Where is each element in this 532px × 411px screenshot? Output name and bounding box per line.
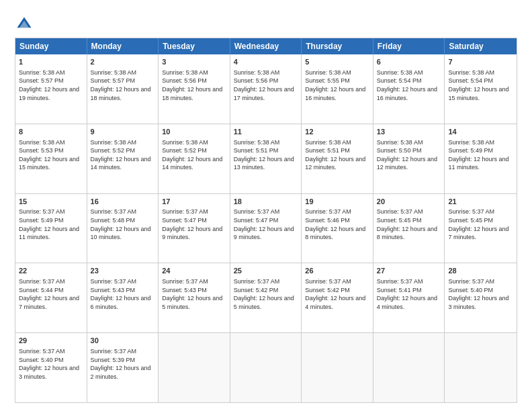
day-details: Sunrise: 5:38 AMSunset: 5:51 PMDaylight:… — [234, 139, 294, 171]
calendar-cell-day-13: 13 Sunrise: 5:38 AMSunset: 5:50 PMDaylig… — [373, 124, 445, 193]
day-number: 3 — [162, 57, 226, 67]
day-details: Sunrise: 5:38 AMSunset: 5:56 PMDaylight:… — [162, 69, 222, 101]
day-details: Sunrise: 5:37 AMSunset: 5:44 PMDaylight:… — [19, 278, 79, 310]
calendar-cell-day-29: 29 Sunrise: 5:37 AMSunset: 5:40 PMDaylig… — [15, 333, 87, 402]
calendar-header-tuesday: Tuesday — [159, 38, 230, 54]
calendar-cell-day-16: 16 Sunrise: 5:37 AMSunset: 5:48 PMDaylig… — [87, 194, 159, 263]
day-details: Sunrise: 5:38 AMSunset: 5:52 PMDaylight:… — [91, 139, 151, 171]
day-number: 28 — [448, 266, 513, 276]
day-number: 10 — [162, 127, 226, 137]
day-number: 23 — [91, 266, 155, 276]
day-details: Sunrise: 5:38 AMSunset: 5:51 PMDaylight:… — [305, 139, 365, 171]
day-details: Sunrise: 5:37 AMSunset: 5:45 PMDaylight:… — [377, 208, 437, 240]
calendar-week-4: 22 Sunrise: 5:37 AMSunset: 5:44 PMDaylig… — [15, 263, 517, 332]
calendar-cell-day-21: 21 Sunrise: 5:37 AMSunset: 5:45 PMDaylig… — [445, 194, 517, 263]
day-details: Sunrise: 5:37 AMSunset: 5:46 PMDaylight:… — [305, 208, 365, 240]
calendar-cell-empty — [373, 333, 445, 402]
calendar-header-wednesday: Wednesday — [230, 38, 302, 54]
calendar-cell-day-24: 24 Sunrise: 5:37 AMSunset: 5:43 PMDaylig… — [159, 263, 230, 332]
day-number: 14 — [448, 127, 513, 137]
calendar-week-3: 15 Sunrise: 5:37 AMSunset: 5:49 PMDaylig… — [15, 193, 517, 263]
day-details: Sunrise: 5:38 AMSunset: 5:49 PMDaylight:… — [448, 139, 508, 171]
calendar-cell-day-1: 1 Sunrise: 5:38 AMSunset: 5:57 PMDayligh… — [15, 54, 87, 124]
calendar-cell-day-11: 11 Sunrise: 5:38 AMSunset: 5:51 PMDaylig… — [230, 124, 302, 193]
logo — [15, 15, 36, 34]
day-number: 25 — [234, 266, 298, 276]
calendar-cell-day-8: 8 Sunrise: 5:38 AMSunset: 5:53 PMDayligh… — [15, 124, 87, 193]
day-details: Sunrise: 5:38 AMSunset: 5:54 PMDaylight:… — [377, 69, 437, 101]
day-number: 29 — [19, 336, 83, 346]
logo-icon — [15, 15, 34, 34]
calendar-cell-day-14: 14 Sunrise: 5:38 AMSunset: 5:49 PMDaylig… — [445, 124, 517, 193]
day-number: 11 — [234, 127, 298, 137]
day-number: 16 — [91, 197, 155, 207]
calendar-cell-day-4: 4 Sunrise: 5:38 AMSunset: 5:56 PMDayligh… — [230, 54, 302, 124]
calendar-week-2: 8 Sunrise: 5:38 AMSunset: 5:53 PMDayligh… — [15, 124, 517, 193]
day-details: Sunrise: 5:37 AMSunset: 5:42 PMDaylight:… — [234, 278, 294, 310]
calendar-header-friday: Friday — [373, 38, 445, 54]
day-number: 26 — [305, 266, 369, 276]
calendar-cell-day-7: 7 Sunrise: 5:38 AMSunset: 5:54 PMDayligh… — [445, 54, 517, 124]
day-number: 6 — [377, 57, 441, 67]
calendar-cell-day-9: 9 Sunrise: 5:38 AMSunset: 5:52 PMDayligh… — [87, 124, 159, 193]
calendar-cell-day-17: 17 Sunrise: 5:37 AMSunset: 5:47 PMDaylig… — [159, 194, 230, 263]
calendar-header-saturday: Saturday — [445, 38, 517, 54]
calendar-cell-day-27: 27 Sunrise: 5:37 AMSunset: 5:41 PMDaylig… — [373, 263, 445, 332]
day-number: 27 — [377, 266, 441, 276]
calendar-header-monday: Monday — [87, 38, 159, 54]
day-details: Sunrise: 5:38 AMSunset: 5:57 PMDaylight:… — [19, 69, 79, 101]
calendar-cell-day-23: 23 Sunrise: 5:37 AMSunset: 5:43 PMDaylig… — [87, 263, 159, 332]
calendar-cell-day-5: 5 Sunrise: 5:38 AMSunset: 5:55 PMDayligh… — [302, 54, 373, 124]
day-details: Sunrise: 5:37 AMSunset: 5:43 PMDaylight:… — [162, 278, 222, 310]
calendar-cell-day-6: 6 Sunrise: 5:38 AMSunset: 5:54 PMDayligh… — [373, 54, 445, 124]
day-number: 9 — [91, 127, 155, 137]
calendar-cell-day-3: 3 Sunrise: 5:38 AMSunset: 5:56 PMDayligh… — [159, 54, 230, 124]
header — [15, 12, 517, 34]
calendar-cell-day-18: 18 Sunrise: 5:37 AMSunset: 5:47 PMDaylig… — [230, 194, 302, 263]
day-number: 22 — [19, 266, 83, 276]
day-details: Sunrise: 5:37 AMSunset: 5:42 PMDaylight:… — [305, 278, 365, 310]
day-number: 2 — [91, 57, 155, 67]
day-number: 4 — [234, 57, 298, 67]
calendar-cell-day-10: 10 Sunrise: 5:38 AMSunset: 5:52 PMDaylig… — [159, 124, 230, 193]
calendar-cell-empty — [302, 333, 373, 402]
day-details: Sunrise: 5:38 AMSunset: 5:54 PMDaylight:… — [448, 69, 508, 101]
day-details: Sunrise: 5:37 AMSunset: 5:43 PMDaylight:… — [91, 278, 151, 310]
calendar-header: SundayMondayTuesdayWednesdayThursdayFrid… — [15, 38, 517, 54]
calendar-header-thursday: Thursday — [302, 38, 373, 54]
day-number: 30 — [91, 336, 155, 346]
calendar-body: 1 Sunrise: 5:38 AMSunset: 5:57 PMDayligh… — [15, 54, 517, 402]
page: SundayMondayTuesdayWednesdayThursdayFrid… — [0, 0, 532, 411]
day-details: Sunrise: 5:37 AMSunset: 5:45 PMDaylight:… — [448, 208, 508, 240]
day-number: 24 — [162, 266, 226, 276]
calendar-week-5: 29 Sunrise: 5:37 AMSunset: 5:40 PMDaylig… — [15, 332, 517, 402]
calendar-cell-day-12: 12 Sunrise: 5:38 AMSunset: 5:51 PMDaylig… — [302, 124, 373, 193]
day-number: 19 — [305, 197, 369, 207]
calendar-cell-empty — [159, 333, 230, 402]
calendar-cell-day-25: 25 Sunrise: 5:37 AMSunset: 5:42 PMDaylig… — [230, 263, 302, 332]
calendar-cell-day-26: 26 Sunrise: 5:37 AMSunset: 5:42 PMDaylig… — [302, 263, 373, 332]
calendar-week-1: 1 Sunrise: 5:38 AMSunset: 5:57 PMDayligh… — [15, 54, 517, 124]
day-details: Sunrise: 5:37 AMSunset: 5:40 PMDaylight:… — [448, 278, 508, 310]
calendar: SundayMondayTuesdayWednesdayThursdayFrid… — [15, 38, 517, 403]
day-number: 12 — [305, 127, 369, 137]
day-details: Sunrise: 5:38 AMSunset: 5:55 PMDaylight:… — [305, 69, 365, 101]
calendar-cell-empty — [445, 333, 517, 402]
calendar-cell-day-19: 19 Sunrise: 5:37 AMSunset: 5:46 PMDaylig… — [302, 194, 373, 263]
calendar-cell-day-20: 20 Sunrise: 5:37 AMSunset: 5:45 PMDaylig… — [373, 194, 445, 263]
day-number: 18 — [234, 197, 298, 207]
calendar-cell-day-22: 22 Sunrise: 5:37 AMSunset: 5:44 PMDaylig… — [15, 263, 87, 332]
day-number: 15 — [19, 197, 83, 207]
day-details: Sunrise: 5:37 AMSunset: 5:47 PMDaylight:… — [234, 208, 294, 240]
calendar-header-sunday: Sunday — [15, 38, 87, 54]
day-number: 17 — [162, 197, 226, 207]
day-number: 20 — [377, 197, 441, 207]
day-details: Sunrise: 5:37 AMSunset: 5:47 PMDaylight:… — [162, 208, 222, 240]
calendar-cell-day-30: 30 Sunrise: 5:37 AMSunset: 5:39 PMDaylig… — [87, 333, 159, 402]
day-number: 8 — [19, 127, 83, 137]
day-details: Sunrise: 5:38 AMSunset: 5:56 PMDaylight:… — [234, 69, 294, 101]
day-details: Sunrise: 5:37 AMSunset: 5:48 PMDaylight:… — [91, 208, 151, 240]
day-details: Sunrise: 5:37 AMSunset: 5:39 PMDaylight:… — [91, 348, 151, 380]
calendar-cell-day-2: 2 Sunrise: 5:38 AMSunset: 5:57 PMDayligh… — [87, 54, 159, 124]
day-details: Sunrise: 5:38 AMSunset: 5:53 PMDaylight:… — [19, 139, 79, 171]
